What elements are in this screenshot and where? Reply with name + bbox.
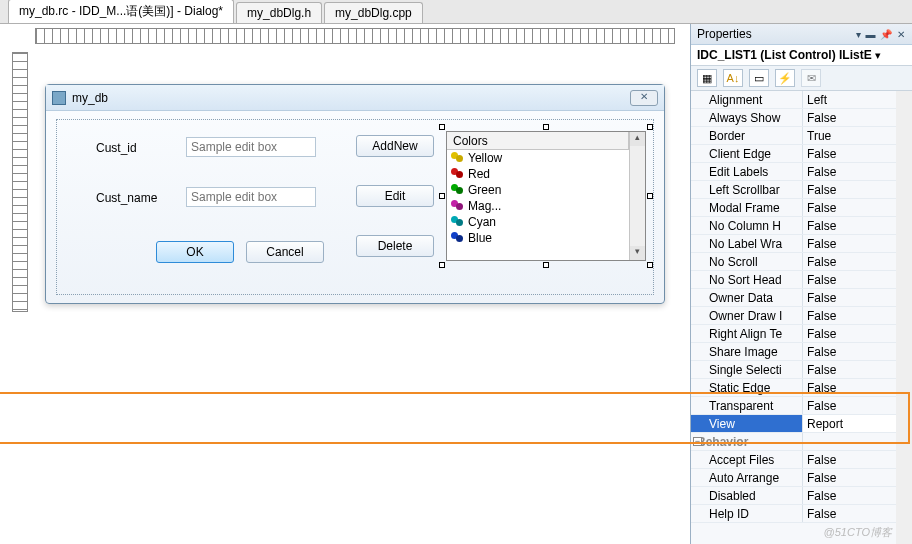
property-row[interactable]: Accept FilesFalse [691,451,912,469]
property-row[interactable]: No Label WraFalse [691,235,912,253]
edit-cust-id[interactable] [186,137,316,157]
color-swatch-icon [451,200,465,212]
list-item[interactable]: Red [447,166,629,182]
property-row[interactable]: BorderTrue [691,127,912,145]
property-row[interactable]: Modal FrameFalse [691,199,912,217]
scroll-down-icon[interactable]: ▾ [630,246,645,260]
property-name: No Scroll [691,253,803,270]
property-name: Help ID [691,505,803,522]
property-row[interactable]: No Column HFalse [691,217,912,235]
alphabetical-icon[interactable]: A↓ [723,69,743,87]
color-swatch-icon [451,216,465,228]
addnew-button[interactable]: AddNew [356,135,434,157]
property-row[interactable]: Single SelectiFalse [691,361,912,379]
property-name: Border [691,127,803,144]
property-name: Auto Arrange [691,469,803,486]
property-row[interactable]: Owner Draw IFalse [691,307,912,325]
dialog-titlebar[interactable]: my_db ✕ [46,85,664,111]
edit-cust-name[interactable] [186,187,316,207]
list-control[interactable]: Colors Yellow Red Green Mag... Cyan Blue… [446,131,646,261]
color-swatch-icon [451,184,465,196]
property-name: Client Edge [691,145,803,162]
list-item[interactable]: Blue [447,230,629,246]
edit-button[interactable]: Edit [356,185,434,207]
property-name: No Sort Head [691,271,803,288]
property-row[interactable]: Right Align TeFalse [691,325,912,343]
property-name: Modal Frame [691,199,803,216]
property-row[interactable]: AlignmentLeft [691,91,912,109]
property-row[interactable]: Client EdgeFalse [691,145,912,163]
ruler-vertical [12,52,28,312]
cancel-button[interactable]: Cancel [246,241,324,263]
color-swatch-icon [451,232,465,244]
label-cust-id: Cust_id [96,141,137,155]
property-name: Edit Labels [691,163,803,180]
list-item[interactable]: Cyan [447,214,629,230]
property-row[interactable]: No Sort HeadFalse [691,271,912,289]
property-row[interactable]: Left ScrollbarFalse [691,181,912,199]
property-name: Alignment [691,91,803,108]
property-name: Owner Data [691,289,803,306]
property-row[interactable]: Auto ArrangeFalse [691,469,912,487]
color-swatch-icon [451,168,465,180]
property-row[interactable]: Edit LabelsFalse [691,163,912,181]
property-name: Owner Draw I [691,307,803,324]
tab-dialog[interactable]: my_db.rc - IDD_M...语(美国)] - Dialog* [8,0,234,23]
list-scrollbar[interactable]: ▴ ▾ [629,132,645,260]
property-name: Always Show [691,109,803,126]
list-item[interactable]: Green [447,182,629,198]
property-row[interactable]: Always ShowFalse [691,109,912,127]
list-item[interactable]: Mag... [447,198,629,214]
property-name: Single Selecti [691,361,803,378]
property-row[interactable]: DisabledFalse [691,487,912,505]
properties-scrollbar[interactable] [896,91,912,544]
list-header[interactable]: Colors [447,132,629,150]
property-row[interactable]: Owner DataFalse [691,289,912,307]
tab-header-file[interactable]: my_dbDlg.h [236,2,322,23]
properties-title: Properties [697,27,752,41]
property-name: No Column H [691,217,803,234]
properties-selection-combo[interactable]: IDC_LIST1 (List Control) IListE ▾ [691,45,912,66]
properties-panel: Properties ▾ ▬ 📌 ✕ IDC_LIST1 (List Contr… [690,24,912,544]
property-name: Disabled [691,487,803,504]
dialog-window[interactable]: my_db ✕ Cust_id Cust_name AddNew Edit De… [45,84,665,304]
ok-button[interactable]: OK [156,241,234,263]
property-name: Right Align Te [691,325,803,342]
events-icon[interactable]: ⚡ [775,69,795,87]
property-name: Left Scrollbar [691,181,803,198]
color-swatch-icon [451,152,465,164]
property-name: No Label Wra [691,235,803,252]
ruler-horizontal [35,28,675,44]
highlight-annotation [0,392,910,444]
delete-button[interactable]: Delete [356,235,434,257]
watermark: @51CTO博客 [824,525,892,540]
dialog-icon [52,91,66,105]
property-name: Accept Files [691,451,803,468]
property-row[interactable]: Share ImageFalse [691,343,912,361]
panel-controls[interactable]: ▾ ▬ 📌 ✕ [856,29,906,40]
properties-toolbar: ▦ A↓ ▭ ⚡ ✉ [691,66,912,91]
dialog-editor-canvas[interactable]: my_db ✕ Cust_id Cust_name AddNew Edit De… [0,24,690,544]
scroll-up-icon[interactable]: ▴ [630,132,645,146]
tab-cpp-file[interactable]: my_dbDlg.cpp [324,2,423,23]
dialog-close-button[interactable]: ✕ [630,90,658,106]
categorized-icon[interactable]: ▦ [697,69,717,87]
document-tabs: my_db.rc - IDD_M...语(美国)] - Dialog* my_d… [0,0,912,24]
property-name: Share Image [691,343,803,360]
property-row[interactable]: No ScrollFalse [691,253,912,271]
properties-page-icon[interactable]: ▭ [749,69,769,87]
properties-grid[interactable]: AlignmentLeftAlways ShowFalseBorderTrueC… [691,91,912,544]
dialog-title-text: my_db [72,91,108,105]
property-row[interactable]: Help IDFalse [691,505,912,523]
list-item[interactable]: Yellow [447,150,629,166]
label-cust-name: Cust_name [96,191,157,205]
messages-icon[interactable]: ✉ [801,69,821,87]
